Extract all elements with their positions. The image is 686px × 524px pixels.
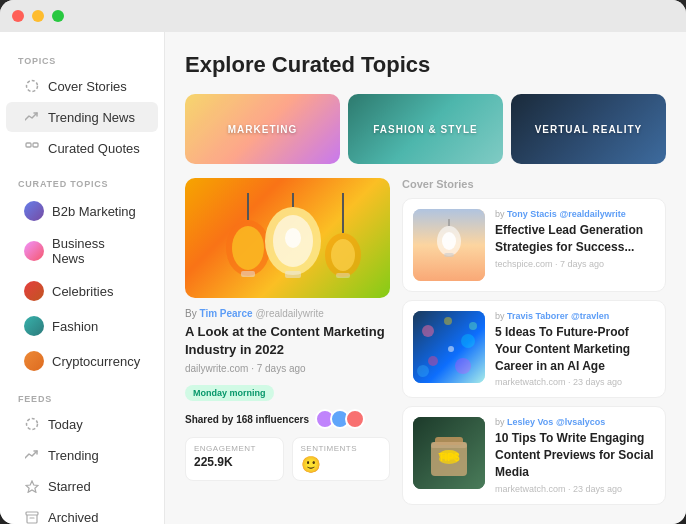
svg-rect-37 xyxy=(431,442,467,448)
trending-icon xyxy=(24,109,40,125)
app-body: TOPICS Cover Stories Trending News xyxy=(0,32,686,524)
minimize-button[interactable] xyxy=(32,10,44,22)
svg-rect-13 xyxy=(285,271,301,278)
svg-rect-5 xyxy=(26,512,38,515)
business-avatar xyxy=(24,241,44,261)
sidebar-item-curated-quotes[interactable]: Curated Quotes xyxy=(6,133,158,163)
sidebar-item-cover-stories[interactable]: Cover Stories xyxy=(6,71,158,101)
sentiment-icon: 🙂 xyxy=(301,455,382,474)
svg-point-33 xyxy=(417,365,429,377)
sidebar-item-archived[interactable]: Archived xyxy=(6,502,158,524)
today-label: Today xyxy=(48,417,83,432)
svg-point-8 xyxy=(232,226,264,270)
sidebar-item-fashion[interactable]: Fashion xyxy=(6,309,158,343)
sentiments-box: SENTIMENTS 🙂 xyxy=(292,437,391,481)
quote-icon xyxy=(24,140,40,156)
svg-text:TIP$: TIP$ xyxy=(438,452,460,463)
svg-point-12 xyxy=(285,228,301,248)
sidebar-item-starred[interactable]: Starred xyxy=(6,471,158,501)
sidebar-item-celebrities[interactable]: Celebrities xyxy=(6,274,158,308)
article-thumb-future-proof xyxy=(413,311,485,383)
article-card-future-proof[interactable]: by Travis Taborer @travlen 5 Ideas To Fu… xyxy=(402,300,666,398)
tag-badge: Monday morning xyxy=(185,385,274,401)
celebrities-avatar xyxy=(24,281,44,301)
trending-news-label: Trending News xyxy=(48,110,135,125)
trending-feed-icon xyxy=(24,447,40,463)
topic-cards: MARKETING FASHION & STYLE VERTUAL REALIT… xyxy=(185,94,666,164)
close-button[interactable] xyxy=(12,10,24,22)
avatar-row xyxy=(315,409,365,429)
topic-card-fashion[interactable]: FASHION & STYLE xyxy=(348,94,503,164)
cover-stories-label: Cover Stories xyxy=(48,79,127,94)
sidebar-item-today[interactable]: Today xyxy=(6,409,158,439)
star-icon xyxy=(24,478,40,494)
topic-card-marketing[interactable]: MARKETING xyxy=(185,94,340,164)
article-card-lead-gen[interactable]: by Tony Stacis @realdailywrite Effective… xyxy=(402,198,666,292)
sidebar-item-trending-news[interactable]: Trending News xyxy=(6,102,158,132)
content-grid: By Tim Pearce @realdailywrite A Look at … xyxy=(185,178,666,513)
sidebar-item-b2b-marketing[interactable]: B2b Marketing xyxy=(6,194,158,228)
engagement-label: ENGAGEMENT xyxy=(194,444,275,453)
maximize-button[interactable] xyxy=(52,10,64,22)
article-card-tips[interactable]: TIP$ by Lesley Vos @lvsalycos 10 Tips To… xyxy=(402,406,666,504)
featured-author-link[interactable]: Tim Pearce xyxy=(199,308,252,319)
engagement-box: ENGAGEMENT 225.9K xyxy=(185,437,284,481)
today-icon xyxy=(24,416,40,432)
article-author-tips: by Lesley Vos @lvsalycos xyxy=(495,417,655,427)
article-thumb-tips: TIP$ xyxy=(413,417,485,489)
featured-article[interactable]: By Tim Pearce @realdailywrite A Look at … xyxy=(185,178,390,513)
svg-point-22 xyxy=(442,232,456,250)
title-bar xyxy=(0,0,686,32)
article-thumb-lead-gen xyxy=(413,209,485,281)
sidebar-item-cryptocurrency[interactable]: Cryptocurrency xyxy=(6,344,158,378)
svg-rect-9 xyxy=(241,271,255,277)
svg-rect-23 xyxy=(444,253,454,257)
fashion-label: Fashion xyxy=(52,319,98,334)
crypto-avatar xyxy=(24,351,44,371)
article-info-lead-gen: by Tony Stacis @realdailywrite Effective… xyxy=(495,209,655,281)
svg-point-28 xyxy=(461,334,475,348)
cryptocurrency-label: Cryptocurrency xyxy=(52,354,140,369)
svg-point-31 xyxy=(448,346,454,352)
stats-row: ENGAGEMENT 225.9K SENTIMENTS 🙂 xyxy=(185,437,390,481)
app-window: TOPICS Cover Stories Trending News xyxy=(0,0,686,524)
cover-stories-section-label: Cover Stories xyxy=(402,178,666,190)
fashion-style-label: FASHION & STYLE xyxy=(373,124,477,135)
article-source-lead-gen: techspice.com · 7 days ago xyxy=(495,259,655,269)
featured-image xyxy=(185,178,390,298)
b2b-avatar xyxy=(24,201,44,221)
marketing-label: MARKETING xyxy=(228,124,298,135)
sidebar-item-trending-feed[interactable]: Trending xyxy=(6,440,158,470)
svg-point-3 xyxy=(27,419,38,430)
article-author-future-proof: by Travis Taborer @travlen xyxy=(495,311,655,321)
shared-row: Shared by 168 influencers xyxy=(185,409,390,429)
featured-meta: By Tim Pearce @realdailywrite xyxy=(185,308,390,319)
archived-label: Archived xyxy=(48,510,99,525)
page-title: Explore Curated Topics xyxy=(185,52,666,78)
trending-feed-label: Trending xyxy=(48,448,99,463)
spinner-icon xyxy=(24,78,40,94)
curated-quotes-label: Curated Quotes xyxy=(48,141,140,156)
sentiments-label: SENTIMENTS xyxy=(301,444,382,453)
article-source-tips: marketwatch.com · 23 days ago xyxy=(495,484,655,494)
topic-card-vr[interactable]: VERTUAL REALITY xyxy=(511,94,666,164)
b2b-marketing-label: B2b Marketing xyxy=(52,204,136,219)
sidebar: TOPICS Cover Stories Trending News xyxy=(0,32,165,524)
engagement-value: 225.9K xyxy=(194,455,275,469)
svg-point-27 xyxy=(444,317,452,325)
main-content: Explore Curated Topics MARKETING FASHION… xyxy=(165,32,686,524)
topics-section-label: TOPICS xyxy=(0,48,164,70)
business-news-label: Business News xyxy=(52,236,140,266)
featured-source: dailywrite.com · 7 days ago xyxy=(185,363,390,374)
article-source-future-proof: marketwatch.com · 23 days ago xyxy=(495,377,655,387)
article-title-future-proof: 5 Ideas To Future-Proof Your Content Mar… xyxy=(495,324,655,374)
curated-section-label: CURATED TOPICS xyxy=(0,171,164,193)
starred-label: Starred xyxy=(48,479,91,494)
featured-author-handle: @realdailywrite xyxy=(255,308,324,319)
article-info-future-proof: by Travis Taborer @travlen 5 Ideas To Fu… xyxy=(495,311,655,387)
svg-point-15 xyxy=(331,239,355,271)
svg-rect-1 xyxy=(26,143,31,147)
article-author-lead-gen: by Tony Stacis @realdailywrite xyxy=(495,209,655,219)
article-title-lead-gen: Effective Lead Generation Strategies for… xyxy=(495,222,655,256)
sidebar-item-business-news[interactable]: Business News xyxy=(6,229,158,273)
